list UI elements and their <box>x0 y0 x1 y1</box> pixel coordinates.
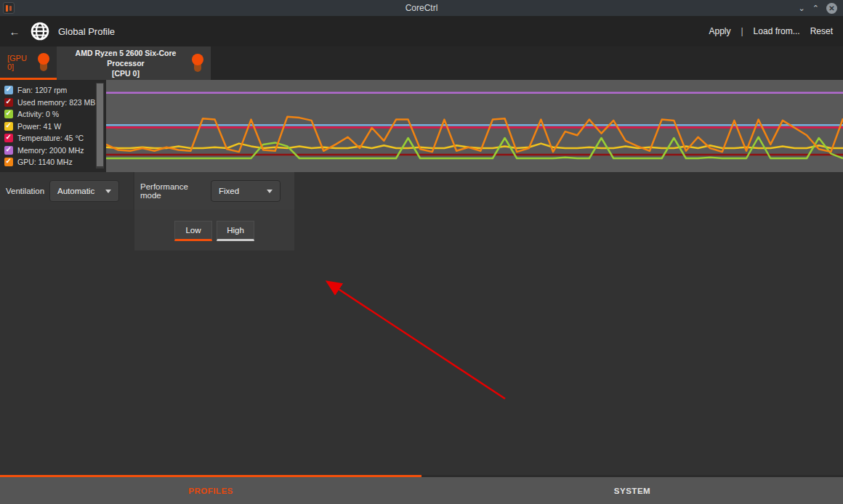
high-button[interactable]: High <box>217 221 254 241</box>
power-checkbox[interactable] <box>4 122 13 131</box>
tab-gpu0-label: [GPU 0] <box>7 54 33 71</box>
actions-divider: | <box>741 26 743 36</box>
chevron-down-icon <box>105 190 111 193</box>
gpu-checkbox[interactable] <box>4 158 13 166</box>
load-from-button[interactable]: Load from... <box>754 26 800 36</box>
reset-button[interactable]: Reset <box>810 26 833 36</box>
page-title: Global Profile <box>58 26 115 37</box>
legend-scrollbar[interactable] <box>96 83 104 168</box>
activity-checkbox[interactable] <box>4 110 13 118</box>
ventilation-panel: Ventilation Automatic <box>0 172 133 210</box>
legend-item-temperature[interactable]: Temperature: 45 °C <box>4 132 105 145</box>
ventilation-value: Automatic <box>57 187 94 195</box>
tab-system[interactable]: SYSTEM <box>422 475 843 504</box>
back-button[interactable]: ← <box>0 25 29 38</box>
tab-cpu0[interactable]: AMD Ryzen 5 2600 Six-Core Processor [CPU… <box>57 46 211 80</box>
bottom-tab-bar: PROFILES SYSTEM <box>0 475 843 504</box>
legend-item-gpu[interactable]: GPU: 1140 MHz <box>4 156 105 168</box>
device-tab-row: [GPU 0] AMD Ryzen 5 2600 Six-Core Proces… <box>0 46 843 80</box>
title-bar: CoreCtrl ⌄ ⌃ ✕ <box>0 0 843 16</box>
profile-header: ← Global Profile Apply | Load from... Re… <box>0 16 843 46</box>
ventilation-label: Ventilation <box>0 187 49 195</box>
performance-mode-panel: Performance mode Fixed Low High <box>134 172 294 251</box>
tab-gpu0[interactable]: [GPU 0] <box>0 46 57 80</box>
performance-mode-value: Fixed <box>219 187 239 195</box>
legend-item-activity[interactable]: Activity: 0 % <box>4 108 105 121</box>
temperature-checkbox[interactable] <box>4 134 13 142</box>
legend-item-fan[interactable]: Fan: 1207 rpm <box>4 84 105 97</box>
legend-item-used-memory[interactable]: Used memory: 823 MB <box>4 97 105 109</box>
legend-item-power[interactable]: Power: 41 W <box>4 121 105 133</box>
minimize-icon[interactable]: ⌄ <box>799 4 805 12</box>
globe-icon <box>31 22 49 41</box>
fan-checkbox[interactable] <box>4 86 13 94</box>
legend-item-memory[interactable]: Memory: 2000 MHz <box>4 145 105 157</box>
sensor-graph <box>106 80 843 172</box>
close-icon[interactable]: ✕ <box>826 3 837 14</box>
low-button[interactable]: Low <box>174 221 212 241</box>
performance-mode-label: Performance mode <box>134 182 211 200</box>
window-title: CoreCtrl <box>0 3 843 13</box>
memory-checkbox[interactable] <box>4 146 13 155</box>
apply-button[interactable]: Apply <box>709 26 730 36</box>
tab-cpu0-label: AMD Ryzen 5 2600 Six-Core Processor [CPU… <box>64 48 187 79</box>
performance-mode-dropdown[interactable]: Fixed <box>211 180 281 202</box>
hardware-pin-icon <box>38 53 49 72</box>
tab-profiles[interactable]: PROFILES <box>0 475 422 504</box>
maximize-icon[interactable]: ⌃ <box>812 4 819 12</box>
chevron-down-icon <box>267 190 273 193</box>
hardware-pin-icon <box>192 54 203 73</box>
sensor-legend: Fan: 1207 rpm Used memory: 823 MB Activi… <box>0 80 106 172</box>
corectrl-window: CoreCtrl ⌄ ⌃ ✕ ← Global Profile Apply | … <box>0 0 843 504</box>
ventilation-dropdown[interactable]: Automatic <box>49 180 119 202</box>
used-memory-checkbox[interactable] <box>4 98 13 107</box>
